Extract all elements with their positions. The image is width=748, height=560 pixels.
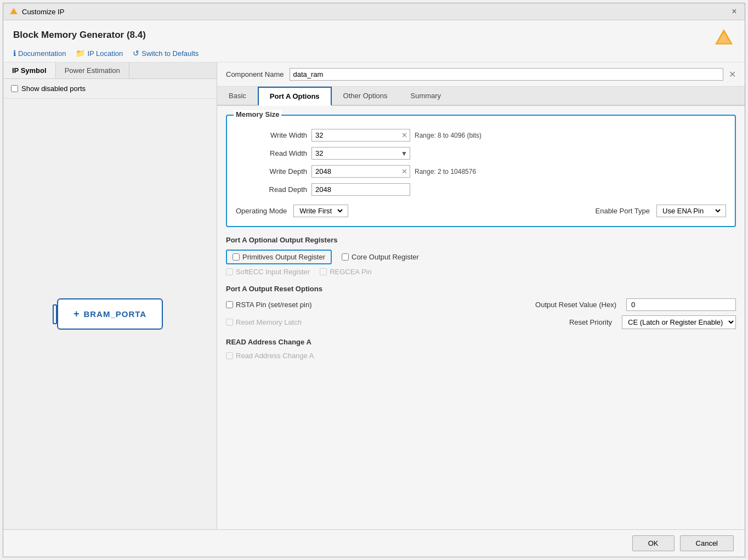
write-width-input-wrap: ✕ xyxy=(311,129,410,142)
dialog: Customize IP × Block Memory Generator (8… xyxy=(3,3,745,557)
ip-location-link[interactable]: 📁 IP Location xyxy=(76,49,123,58)
write-width-label: Write Width xyxy=(236,131,307,139)
show-disabled-checkbox[interactable] xyxy=(11,85,18,92)
component-name-label: Component Name xyxy=(226,70,284,78)
read-address-checkbox xyxy=(226,352,233,359)
tab-port-a-options[interactable]: Port A Options xyxy=(258,87,332,106)
operating-mode-select[interactable]: Write First Read First No Change xyxy=(297,206,344,216)
main-content: IP Symbol Power Estimation Show disabled… xyxy=(3,63,745,529)
enable-port-select-wrap: Use ENA Pin Always Enabled xyxy=(656,205,726,217)
output-reset-title: Port A Output Reset Options xyxy=(226,285,736,293)
write-width-hint: Range: 8 to 4096 (bits) xyxy=(415,132,726,139)
read-depth-input[interactable] xyxy=(312,184,410,195)
tabs-row: Basic Port A Options Other Options Summa… xyxy=(217,87,745,106)
show-disabled-row: Show disabled ports xyxy=(3,79,217,99)
read-width-label: Read Width xyxy=(236,149,307,157)
close-button[interactable]: × xyxy=(729,7,739,16)
read-address-label: Read Address Change A xyxy=(236,352,314,360)
documentation-link[interactable]: ℹ Documentation xyxy=(13,49,66,58)
tab-basic[interactable]: Basic xyxy=(217,87,258,105)
operating-row: Operating Mode Write First Read First No… xyxy=(236,205,726,217)
primitives-checkbox-item: Primitives Output Register xyxy=(226,250,332,264)
write-depth-clear[interactable]: ✕ xyxy=(399,167,410,176)
rsta-label: RSTA Pin (set/reset pin) xyxy=(236,301,311,309)
tab-content: Memory Size Write Width ✕ Range: 8 to 40… xyxy=(217,106,745,529)
enable-port-label: Enable Port Type xyxy=(596,207,650,215)
cancel-button[interactable]: Cancel xyxy=(680,535,734,551)
softecc-checkbox xyxy=(226,268,233,275)
regcea-label: REGCEA Pin xyxy=(330,268,372,276)
softecc-checkbox-item: SoftECC Input Register xyxy=(226,268,310,276)
read-address-section: READ Address Change A Read Address Chang… xyxy=(226,338,736,360)
optional-output-row1: Primitives Output Register Core Output R… xyxy=(226,250,736,264)
show-disabled-label: Show disabled ports xyxy=(21,84,86,93)
output-reset-value-label: Output Reset Value (Hex) xyxy=(535,301,616,309)
write-depth-label: Write Depth xyxy=(236,167,307,176)
switch-defaults-link[interactable]: ↺ Switch to Defaults xyxy=(133,49,199,58)
toolbar: ℹ Documentation 📁 IP Location ↺ Switch t… xyxy=(13,49,735,58)
symbol-area: + BRAM_PORTA xyxy=(3,99,217,529)
read-width-input[interactable] xyxy=(312,148,399,159)
title-bar: Customize IP × xyxy=(3,3,745,20)
primitives-checkbox[interactable] xyxy=(233,253,240,261)
ok-button[interactable]: OK xyxy=(632,535,675,551)
app-title: Block Memory Generator (8.4) xyxy=(13,30,146,41)
bram-plus-icon: + xyxy=(73,308,80,320)
bram-symbol: + BRAM_PORTA xyxy=(57,298,163,330)
component-row: Component Name ✕ xyxy=(217,63,745,87)
reset-memory-checkbox-item: Reset Memory Latch xyxy=(226,318,302,326)
reset-memory-checkbox xyxy=(226,319,233,326)
bottom-bar: OK Cancel xyxy=(3,529,745,557)
output-reset-section: Port A Output Reset Options RSTA Pin (se… xyxy=(226,285,736,329)
write-depth-input-wrap: ✕ xyxy=(311,165,410,178)
optional-output-section: Port A Optional Output Registers Primiti… xyxy=(226,236,736,276)
memory-size-form: Write Width ✕ Range: 8 to 4096 (bits) Re… xyxy=(236,129,726,196)
folder-icon: 📁 xyxy=(76,49,85,58)
xilinx-logo xyxy=(713,27,735,49)
read-address-title: READ Address Change A xyxy=(226,338,736,346)
reset-memory-label: Reset Memory Latch xyxy=(236,318,302,326)
read-depth-label: Read Depth xyxy=(236,185,307,194)
tab-ip-symbol[interactable]: IP Symbol xyxy=(3,63,56,78)
rsta-checkbox-item: RSTA Pin (set/reset pin) xyxy=(226,301,311,309)
memory-size-title: Memory Size xyxy=(234,110,281,118)
primitives-label: Primitives Output Register xyxy=(242,253,325,261)
optional-output-row2: SoftECC Input Register REGCEA Pin xyxy=(226,268,736,276)
read-depth-input-wrap xyxy=(311,183,410,196)
title-bar-left: Customize IP xyxy=(9,7,64,16)
tab-other-options[interactable]: Other Options xyxy=(332,87,399,105)
memory-size-section: Memory Size Write Width ✕ Range: 8 to 40… xyxy=(226,115,736,227)
operating-mode-label: Operating Mode xyxy=(236,207,287,215)
tab-power-estimation[interactable]: Power Estimation xyxy=(56,63,129,78)
bram-left-bar xyxy=(53,304,57,324)
core-label: Core Output Register xyxy=(352,253,419,261)
regcea-checkbox-item: REGCEA Pin xyxy=(320,268,372,276)
enable-port-select[interactable]: Use ENA Pin Always Enabled xyxy=(660,206,722,216)
info-icon: ℹ xyxy=(13,49,16,58)
read-width-arrow[interactable]: ▼ xyxy=(399,150,410,157)
reset-row1: RSTA Pin (set/reset pin) Output Reset Va… xyxy=(226,298,736,311)
bram-label: BRAM_PORTA xyxy=(83,309,146,319)
component-name-input[interactable] xyxy=(290,68,724,81)
header-section: Block Memory Generator (8.4) ℹ Documenta… xyxy=(3,20,745,63)
core-checkbox-item: Core Output Register xyxy=(342,253,419,261)
write-depth-input[interactable] xyxy=(312,166,399,177)
regcea-checkbox xyxy=(320,268,327,275)
left-panel: IP Symbol Power Estimation Show disabled… xyxy=(3,63,217,529)
write-depth-hint: Range: 2 to 1048576 xyxy=(415,168,726,176)
component-clear-button[interactable]: ✕ xyxy=(729,69,736,80)
write-width-input[interactable] xyxy=(312,129,399,141)
write-width-clear[interactable]: ✕ xyxy=(399,131,410,139)
output-reset-value-input[interactable] xyxy=(626,298,736,311)
title-bar-title: Customize IP xyxy=(22,8,64,16)
reset-priority-select[interactable]: CE (Latch or Register Enable) SR (Set/Re… xyxy=(622,315,736,329)
refresh-icon: ↺ xyxy=(133,49,139,58)
reset-priority-label: Reset Priority xyxy=(569,318,612,326)
operating-mode-select-wrap: Write First Read First No Change xyxy=(293,205,348,217)
tab-summary[interactable]: Summary xyxy=(399,87,453,105)
softecc-label: SoftECC Input Register xyxy=(236,268,310,276)
core-checkbox[interactable] xyxy=(342,253,349,261)
read-address-checkbox-item: Read Address Change A xyxy=(226,352,736,360)
rsta-checkbox[interactable] xyxy=(226,301,233,308)
reset-row2: Reset Memory Latch Reset Priority CE (La… xyxy=(226,315,736,329)
